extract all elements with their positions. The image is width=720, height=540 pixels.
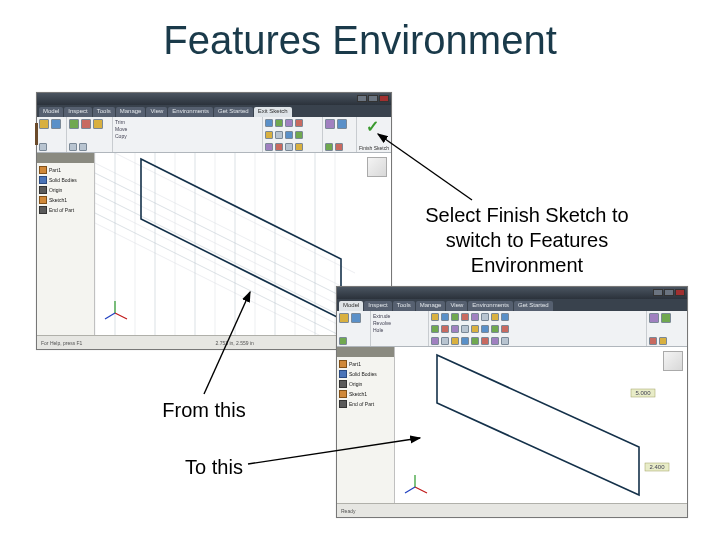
- tree-item: Solid Bodies: [339, 369, 392, 379]
- tree-item: End of Part: [39, 205, 92, 215]
- svg-line-30: [405, 487, 415, 493]
- svg-line-31: [378, 134, 472, 200]
- tab: Inspect: [64, 107, 91, 117]
- finish-sketch-button: Finish Sketch: [357, 117, 391, 152]
- status-text: For Help, press F1: [41, 340, 82, 346]
- ribbon-label: Copy: [115, 133, 260, 139]
- finish-sketch-label: Finish Sketch: [359, 145, 389, 151]
- checkmark-icon: [366, 119, 382, 133]
- tool-icon: [441, 313, 449, 321]
- tool-icon: [351, 313, 361, 323]
- tool-icon: [471, 313, 479, 321]
- tree-item: Origin: [339, 379, 392, 389]
- tab: Model: [39, 107, 63, 117]
- ribbon-label: Extrude: [373, 313, 426, 319]
- svg-line-13: [95, 163, 355, 303]
- ribbon-tabs: Model Inspect Tools Manage View Environm…: [337, 299, 687, 311]
- tab-active: Model: [339, 301, 363, 311]
- status-text: Ready: [341, 508, 355, 514]
- svg-line-0: [95, 173, 355, 313]
- tool-icon: [51, 119, 61, 129]
- tool-icon: [471, 337, 479, 345]
- svg-line-14: [95, 203, 365, 335]
- tool-icon: [285, 131, 293, 139]
- tab: Manage: [416, 301, 446, 311]
- tool-icon: [461, 313, 469, 321]
- tool-icon: [339, 337, 347, 345]
- ribbon-label: Hole: [373, 327, 426, 333]
- tool-icon: [265, 143, 273, 151]
- tool-icon: [93, 119, 103, 129]
- tool-icon: [265, 131, 273, 139]
- tool-icon: [441, 337, 449, 345]
- tool-icon: [649, 337, 657, 345]
- tool-icon: [661, 313, 671, 323]
- tool-icon: [441, 325, 449, 333]
- titlebar: [337, 287, 687, 299]
- tool-icon: [501, 337, 509, 345]
- svg-line-24: [105, 313, 115, 319]
- ribbon-label: Trim: [115, 119, 260, 125]
- tool-icon: [431, 337, 439, 345]
- tool-icon: [339, 313, 349, 323]
- isometric-sketch-drawing: 5.000 2.400: [395, 347, 687, 503]
- tool-icon: [275, 119, 283, 127]
- tab: Get Started: [514, 301, 553, 311]
- titlebar: [37, 93, 391, 105]
- ribbon-divider: [35, 123, 38, 145]
- tab: Tools: [393, 301, 415, 311]
- tool-icon: [481, 325, 489, 333]
- window-controls: [653, 289, 685, 296]
- tool-icon: [275, 143, 283, 151]
- tool-icon: [451, 325, 459, 333]
- tool-icon: [501, 313, 509, 321]
- tree-item: Sketch1: [339, 389, 392, 399]
- tree-item: Part1: [39, 165, 92, 175]
- tab: View: [146, 107, 167, 117]
- caption-from-this: From this: [154, 398, 254, 423]
- view-cube-icon: [663, 351, 683, 371]
- tool-icon: [39, 143, 47, 151]
- svg-marker-21: [141, 159, 341, 319]
- tool-icon: [39, 119, 49, 129]
- caption-to-this: To this: [174, 455, 254, 480]
- tab: Tools: [93, 107, 115, 117]
- tab: Manage: [116, 107, 146, 117]
- tab: Environments: [168, 107, 213, 117]
- tab: Inspect: [364, 301, 391, 311]
- tool-icon: [659, 337, 667, 345]
- tab: Environments: [468, 301, 513, 311]
- tool-icon: [81, 119, 91, 129]
- dimension-label: 2.400: [649, 464, 665, 470]
- status-bar: Ready: [337, 503, 687, 517]
- ribbon: Extrude Revolve Hole: [337, 311, 687, 347]
- tool-icon: [501, 325, 509, 333]
- tool-icon: [461, 337, 469, 345]
- tree-item: End of Part: [339, 399, 392, 409]
- svg-line-12: [95, 183, 355, 323]
- model-browser: Part1 Solid Bodies Origin Sketch1 End of…: [37, 153, 95, 335]
- svg-line-22: [115, 313, 127, 319]
- tool-icon: [337, 119, 347, 129]
- tool-icon: [481, 313, 489, 321]
- tool-icon: [471, 325, 479, 333]
- drawing-canvas: 5.000 2.400: [395, 347, 687, 503]
- tool-icon: [295, 119, 303, 127]
- screenshot-features-window: Model Inspect Tools Manage View Environm…: [336, 286, 688, 518]
- window-controls: [357, 95, 389, 102]
- tool-icon: [325, 143, 333, 151]
- tab: Get Started: [214, 107, 253, 117]
- tree-item: Origin: [39, 185, 92, 195]
- ribbon-label: Revolve: [373, 320, 426, 326]
- tool-icon: [285, 143, 293, 151]
- tool-icon: [335, 143, 343, 151]
- tool-icon: [295, 131, 303, 139]
- svg-marker-25: [437, 355, 639, 495]
- tool-icon: [295, 143, 303, 151]
- tool-icon: [461, 325, 469, 333]
- svg-line-1: [95, 153, 355, 293]
- tool-icon: [285, 119, 293, 127]
- svg-line-2: [95, 153, 355, 273]
- tool-icon: [265, 119, 273, 127]
- tool-icon: [451, 337, 459, 345]
